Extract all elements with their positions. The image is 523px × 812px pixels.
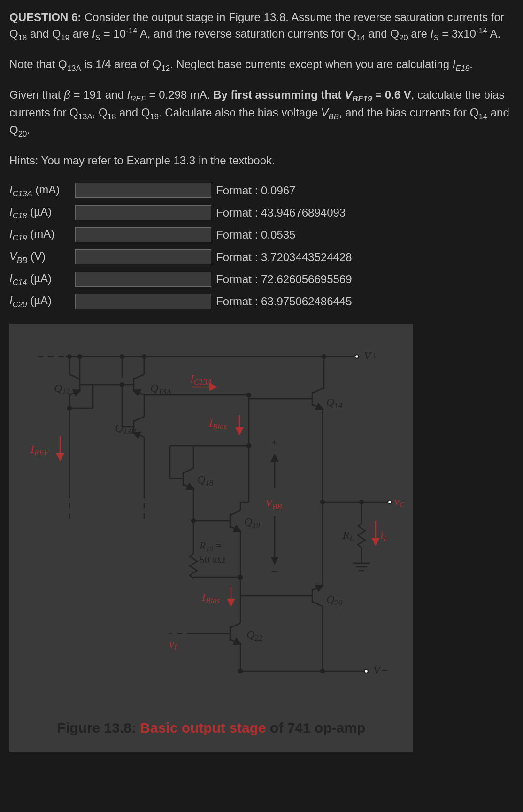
svg-text:50 kΩ: 50 kΩ bbox=[200, 554, 225, 565]
input-row-ic18: IC18 (µA) Format : 43.94676894093 bbox=[9, 204, 514, 221]
svg-line-53 bbox=[312, 404, 323, 409]
svg-point-126 bbox=[388, 500, 392, 504]
input-row-ic14: IC14 (µA) Format : 72.626056695569 bbox=[9, 271, 514, 288]
input-label: IC13A (mA) bbox=[9, 182, 75, 199]
format-hint: Format : 72.626056695569 bbox=[216, 271, 352, 287]
question-hints: Hints: You may refer to Example 13.3 in … bbox=[9, 153, 514, 169]
figure-caption: Figure 13.8: Basic output stage of 741 o… bbox=[19, 718, 404, 738]
ic20-input[interactable] bbox=[75, 294, 211, 309]
svg-line-99 bbox=[312, 586, 323, 590]
svg-line-74 bbox=[230, 510, 240, 515]
svg-text:IBias: IBias bbox=[208, 417, 227, 431]
vbb-input[interactable] bbox=[75, 249, 211, 264]
format-hint: Format : 63.975062486445 bbox=[216, 294, 352, 309]
svg-text:vO: vO bbox=[394, 495, 404, 509]
inputs-section: IC13A (mA) Format : 0.0967 IC18 (µA) For… bbox=[9, 182, 514, 310]
svg-text:IREF: IREF bbox=[30, 443, 49, 457]
svg-line-75 bbox=[230, 526, 240, 531]
svg-text:RL: RL bbox=[342, 529, 354, 543]
svg-line-63 bbox=[183, 484, 193, 489]
svg-text:Q22: Q22 bbox=[246, 628, 263, 642]
svg-line-10 bbox=[69, 374, 80, 379]
svg-text:Q14: Q14 bbox=[326, 396, 343, 410]
svg-text:V+: V+ bbox=[364, 349, 378, 362]
svg-line-22 bbox=[134, 390, 144, 395]
svg-line-52 bbox=[312, 388, 323, 393]
svg-point-119 bbox=[238, 669, 242, 673]
svg-line-110 bbox=[230, 623, 240, 628]
input-row-ic20: IC20 (µA) Format : 63.975062486445 bbox=[9, 293, 514, 310]
svg-text:IC13A: IC13A bbox=[190, 372, 212, 387]
svg-text:Q19: Q19 bbox=[244, 516, 261, 530]
svg-text:R10 =: R10 = bbox=[199, 540, 221, 553]
format-hint: Format : 3.7203443524428 bbox=[216, 249, 352, 265]
svg-line-11 bbox=[69, 390, 80, 395]
svg-line-21 bbox=[134, 374, 144, 379]
svg-line-62 bbox=[183, 468, 193, 473]
svg-text:Q13A: Q13A bbox=[150, 382, 171, 396]
svg-point-25 bbox=[142, 355, 146, 358]
input-label: IC14 (µA) bbox=[9, 271, 75, 288]
input-row-ic13a: IC13A (mA) Format : 0.0967 bbox=[9, 182, 514, 199]
input-label: VBB (V) bbox=[9, 248, 75, 266]
svg-text:VBB: VBB bbox=[265, 497, 282, 511]
svg-text:vI: vI bbox=[169, 638, 177, 652]
svg-text:iL: iL bbox=[380, 529, 388, 543]
svg-text:V−: V− bbox=[373, 664, 388, 676]
ic18-input[interactable] bbox=[75, 205, 211, 220]
svg-text:Q18: Q18 bbox=[197, 473, 214, 487]
svg-point-5 bbox=[355, 355, 359, 358]
format-hint: Format : 0.0967 bbox=[216, 183, 295, 199]
svg-text:−: − bbox=[271, 565, 277, 577]
ic19-input[interactable] bbox=[75, 227, 211, 242]
question-paragraph-1: QUESTION 6: Consider the output stage in… bbox=[9, 9, 514, 43]
ic14-input[interactable] bbox=[75, 272, 211, 287]
svg-point-39 bbox=[68, 406, 71, 410]
figure-container: V+ Q12 bbox=[9, 324, 413, 752]
format-hint: Format : 0.0535 bbox=[216, 227, 295, 243]
svg-line-29 bbox=[134, 417, 144, 421]
question-block: QUESTION 6: Consider the output stage in… bbox=[9, 9, 514, 169]
input-row-ic19: IC19 (mA) Format : 0.0535 bbox=[9, 226, 514, 243]
svg-line-100 bbox=[312, 602, 323, 606]
ic13a-input[interactable] bbox=[75, 183, 211, 198]
svg-text:Q13B: Q13B bbox=[115, 422, 136, 436]
format-hint: Format : 43.94676894093 bbox=[216, 205, 346, 221]
svg-text:Q20: Q20 bbox=[326, 593, 343, 607]
input-row-vbb: VBB (V) Format : 3.7203443524428 bbox=[9, 248, 514, 266]
input-label: IC20 (µA) bbox=[9, 293, 75, 310]
input-label: IC19 (mA) bbox=[9, 226, 75, 243]
svg-line-111 bbox=[230, 639, 240, 644]
svg-text:IBias: IBias bbox=[201, 591, 220, 605]
question-paragraph-2: Note that Q13A is 1/4 area of Q12. Negle… bbox=[9, 56, 514, 74]
circuit-diagram: V+ Q12 bbox=[19, 333, 404, 709]
svg-point-120 bbox=[321, 669, 324, 673]
svg-text:Q12: Q12 bbox=[54, 382, 70, 396]
question-prefix: QUESTION 6: bbox=[9, 11, 81, 23]
input-label: IC18 (µA) bbox=[9, 204, 75, 221]
svg-text:+: + bbox=[271, 436, 277, 448]
question-paragraph-3: Given that β = 191 and IREF = 0.298 mA. … bbox=[9, 87, 514, 139]
svg-point-121 bbox=[364, 669, 368, 673]
svg-point-16 bbox=[68, 355, 71, 358]
